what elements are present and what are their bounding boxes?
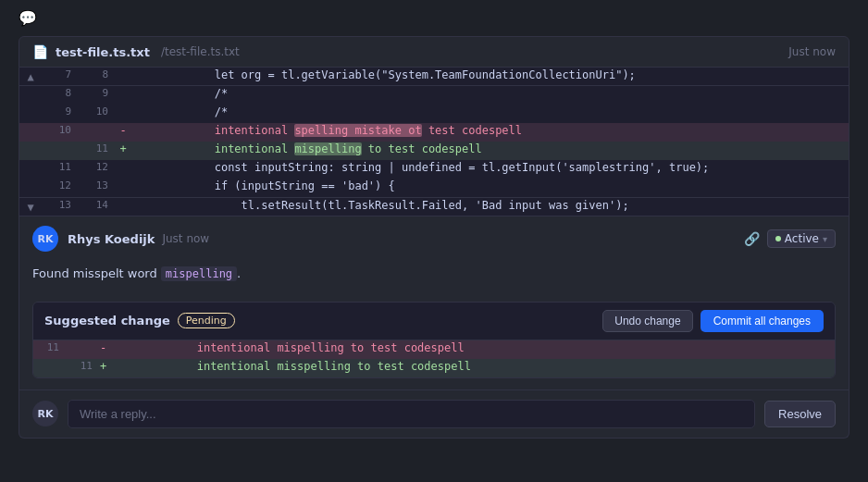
comment-meta: Rhys Koedijk Just now <box>68 232 735 246</box>
reply-input[interactable] <box>68 400 755 428</box>
suggested-change-title: Suggested change Pending <box>44 313 235 328</box>
diff-added-row: 11 + intentional mispelling to test code… <box>19 142 849 160</box>
status-dot <box>775 236 781 241</box>
chevron-down-icon: ▾ <box>823 234 827 244</box>
diff-removed-row: 10 - intentional spelling mistake ot tes… <box>19 123 849 142</box>
collapse-bottom-button[interactable]: ▼ <box>19 198 42 216</box>
comment-actions: 🔗 Active ▾ <box>744 229 836 248</box>
suggested-diff: 11 - intentional mispelling to test code… <box>33 340 835 377</box>
comment-author: Rhys Koedijk <box>68 232 155 246</box>
reply-avatar: RK <box>32 401 58 426</box>
file-icon: 📄 <box>32 44 48 59</box>
file-timestamp: Just now <box>788 45 836 58</box>
comment-header: RK Rhys Koedijk Just now 🔗 Active ▾ <box>19 216 849 261</box>
diff-container: ▲ 7 8 let org = tl.getVariable("System.T… <box>19 68 849 216</box>
file-header: 📄 test-file.ts.txt /test-file.ts.txt Jus… <box>19 36 849 68</box>
file-path: /test-file.ts.txt <box>161 45 240 58</box>
status-badge[interactable]: Active ▾ <box>767 229 836 248</box>
pending-badge: Pending <box>178 313 235 328</box>
undo-change-button[interactable]: Undo change <box>602 310 692 332</box>
avatar: RK <box>32 226 58 252</box>
suggested-change-header: Suggested change Pending Undo change Com… <box>33 303 835 340</box>
status-label: Active <box>785 232 819 245</box>
resolve-button[interactable]: Resolve <box>764 401 836 427</box>
suggested-change-actions: Undo change Commit all changes <box>602 310 824 332</box>
comment-thread: RK Rhys Koedijk Just now 🔗 Active ▾ Foun… <box>19 216 849 439</box>
collapse-button[interactable]: ▲ <box>19 68 42 85</box>
link-icon[interactable]: 🔗 <box>744 231 760 246</box>
comment-timestamp: Just now <box>162 232 209 245</box>
code-word: mispelling <box>161 266 237 281</box>
suggested-change: Suggested change Pending Undo change Com… <box>32 302 836 378</box>
sug-added-row: 11 + intentional misspelling to test cod… <box>33 359 835 377</box>
sug-removed-row: 11 - intentional mispelling to test code… <box>33 340 835 359</box>
commit-all-changes-button[interactable]: Commit all changes <box>701 310 824 332</box>
comment-body: Found misspelt word mispelling. <box>19 261 849 294</box>
comment-text: Found misspelt word mispelling. <box>32 265 836 283</box>
file-name: test-file.ts.txt <box>56 45 150 59</box>
reply-area: RK Resolve <box>19 389 849 438</box>
comment-icon: 💬 <box>19 9 37 27</box>
